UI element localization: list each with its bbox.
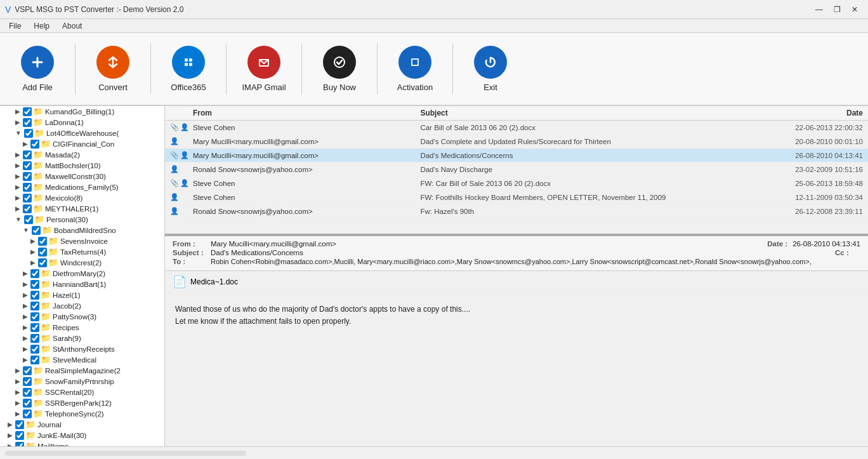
folder-checkbox[interactable] (24, 129, 33, 138)
tree-expand-icon[interactable]: ▶ (23, 270, 28, 277)
tree-expand-icon[interactable]: ▶ (23, 324, 28, 331)
sidebar-item[interactable]: ▶📁SteveMedical (0, 354, 164, 365)
sidebar-item[interactable]: ▶📁KumandGo_Billing(1) (0, 106, 164, 117)
folder-checkbox[interactable] (30, 334, 39, 343)
imap-gmail-button[interactable]: IMAP Gmail (229, 38, 299, 100)
sidebar-item[interactable]: ▶📁DietfromMary(2) (0, 268, 164, 279)
sidebar-item[interactable]: ▶📁MEYTHALER(1) (0, 203, 164, 214)
sidebar-item[interactable]: ▶📁Hazel(1) (0, 289, 164, 300)
sidebar-item[interactable]: ▶📁Journal (0, 419, 164, 430)
folder-checkbox[interactable] (23, 183, 32, 192)
tree-expand-icon[interactable]: ▼ (23, 227, 29, 234)
tree-expand-icon[interactable]: ▶ (15, 183, 20, 190)
folder-checkbox[interactable] (30, 345, 39, 354)
sidebar-item[interactable]: ▶📁JunkE-Mail(30) (0, 430, 164, 441)
folder-checkbox[interactable] (23, 194, 32, 203)
folder-checkbox[interactable] (23, 118, 32, 127)
menu-about[interactable]: About (56, 20, 88, 32)
exit-button[interactable]: Exit (456, 38, 525, 100)
folder-checkbox[interactable] (30, 323, 39, 332)
folder-checkbox[interactable] (30, 302, 39, 310)
sidebar-item[interactable]: ▶📁MailItems (0, 441, 164, 446)
sidebar-item[interactable]: ▶📁Jacob(2) (0, 300, 164, 311)
sidebar-item[interactable]: ▶📁RealSimpleMagazine(2 (0, 365, 164, 376)
sidebar-item[interactable]: ▶📁SnowFamilyPrtnrship (0, 376, 164, 387)
folder-checkbox[interactable] (23, 150, 32, 159)
tree-expand-icon[interactable]: ▶ (15, 389, 20, 396)
tree-expand-icon[interactable]: ▶ (23, 281, 28, 288)
sidebar-item[interactable]: ▶📁MattBochsler(10) (0, 160, 164, 171)
tree-expand-icon[interactable]: ▶ (15, 367, 20, 374)
email-row[interactable]: 👤Mary Mucilli<mary.mucilli@gmail.com>Dad… (165, 135, 868, 149)
tree-expand-icon[interactable]: ▶ (15, 194, 20, 201)
sidebar-item[interactable]: ▶📁Recipes (0, 322, 164, 333)
folder-checkbox[interactable] (30, 280, 39, 289)
sidebar-item[interactable]: ▶📁LaDonna(1) (0, 117, 164, 128)
sidebar-item[interactable]: ▶📁CIGIFinancial_Con (0, 138, 164, 149)
tree-expand-icon[interactable]: ▼ (15, 216, 22, 223)
tree-expand-icon[interactable]: ▶ (15, 119, 20, 126)
office365-button[interactable]: Office365 (154, 38, 223, 100)
tree-expand-icon[interactable]: ▶ (15, 173, 20, 180)
folder-checkbox[interactable] (23, 377, 32, 386)
sidebar-item[interactable]: ▶📁TelephoneSync(2) (0, 408, 164, 419)
folder-checkbox[interactable] (38, 237, 47, 246)
folder-checkbox[interactable] (24, 215, 33, 224)
sidebar-item[interactable]: ▶📁Mexicolo(8) (0, 192, 164, 203)
tree-expand-icon[interactable]: ▶ (15, 151, 20, 158)
tree-expand-icon[interactable]: ▶ (23, 356, 28, 363)
email-row[interactable]: 👤Steve CohenFW: Foothills Hockey Board M… (165, 190, 868, 204)
sidebar-item[interactable]: ▼📁Lot4OfficeWarehouse( (0, 128, 164, 138)
folder-checkbox[interactable] (30, 140, 39, 149)
tree-expand-icon[interactable]: ▶ (30, 248, 36, 255)
folder-checkbox[interactable] (23, 161, 32, 170)
email-row[interactable]: 👤Ronald Snow<snowrjs@yahoo.com>Fw: Hazel… (165, 204, 868, 218)
sidebar-item[interactable]: ▼📁Personal(30) (0, 214, 164, 225)
buy-now-button[interactable]: Buy Now (305, 38, 374, 100)
folder-checkbox[interactable] (23, 409, 32, 418)
add-file-button[interactable]: Add File (3, 38, 72, 100)
folder-checkbox[interactable] (30, 356, 39, 364)
sidebar-item[interactable]: ▼📁BobandMildredSno (0, 225, 164, 236)
folder-checkbox[interactable] (15, 431, 24, 440)
tree-expand-icon[interactable]: ▶ (15, 410, 20, 417)
email-row[interactable]: 📎👤Steve CohenFW: Car Bill of Sale 2013 0… (165, 176, 868, 190)
sidebar-item[interactable]: ▶📁HanniandBart(1) (0, 279, 164, 289)
email-row[interactable]: 👤Ronald Snow<snowrjs@yahoo.com>Dad's Nav… (165, 163, 868, 176)
folder-checkbox[interactable] (23, 399, 32, 408)
folder-checkbox[interactable] (23, 172, 32, 181)
folder-checkbox[interactable] (30, 312, 39, 321)
email-row[interactable]: 📎👤Steve CohenCar Bill of Sale 2013 06 20… (165, 121, 868, 135)
tree-expand-icon[interactable]: ▶ (8, 421, 13, 428)
tree-expand-icon[interactable]: ▶ (8, 432, 13, 439)
tree-expand-icon[interactable]: ▶ (30, 259, 36, 266)
folder-checkbox[interactable] (32, 226, 41, 235)
tree-expand-icon[interactable]: ▶ (15, 162, 20, 169)
folder-checkbox[interactable] (23, 366, 32, 375)
tree-expand-icon[interactable]: ▶ (15, 108, 20, 115)
activation-button[interactable]: Activation (380, 38, 450, 100)
sidebar-item[interactable]: ▶📁MaxwellConstr(30) (0, 171, 164, 182)
maximize-button[interactable]: ❐ (829, 3, 845, 16)
tree-expand-icon[interactable]: ▼ (15, 130, 22, 136)
tree-expand-icon[interactable]: ▶ (8, 442, 13, 446)
folder-checkbox[interactable] (38, 248, 47, 256)
folder-checkbox[interactable] (23, 204, 32, 213)
sidebar-item[interactable]: ▶📁PattySnow(3) (0, 311, 164, 322)
folder-checkbox[interactable] (15, 442, 24, 447)
folder-checkbox[interactable] (23, 107, 32, 116)
sidebar-item[interactable]: ▶📁SSCRental(20) (0, 387, 164, 397)
folder-checkbox[interactable] (15, 420, 24, 429)
sidebar-item[interactable]: ▶📁Medications_Family(5) (0, 182, 164, 192)
convert-button[interactable]: Convert (78, 38, 148, 100)
tree-expand-icon[interactable]: ▶ (15, 378, 20, 385)
tree-expand-icon[interactable]: ▶ (23, 140, 28, 147)
sidebar-item[interactable]: ▶📁Masada(2) (0, 149, 164, 160)
sidebar-item[interactable]: ▶📁StAnthonyReceipts (0, 343, 164, 354)
sidebar-item[interactable]: ▶📁Windcrest(2) (0, 257, 164, 268)
sidebar-item[interactable]: ▶📁SSRBergenPark(12) (0, 397, 164, 408)
sidebar-item[interactable]: ▶📁SevensInvoice (0, 236, 164, 246)
tree-expand-icon[interactable]: ▶ (15, 399, 20, 406)
folder-checkbox[interactable] (30, 291, 39, 300)
menu-file[interactable]: File (3, 20, 27, 32)
